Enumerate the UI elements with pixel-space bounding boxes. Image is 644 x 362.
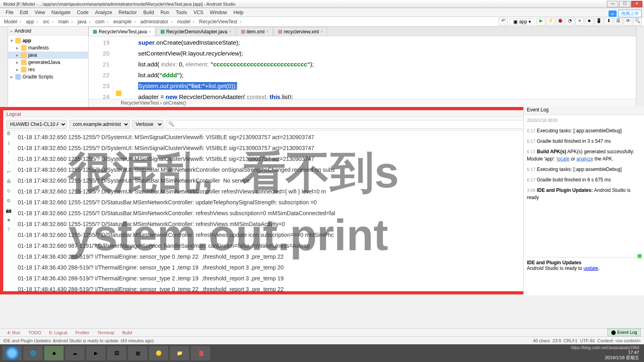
tree-generatedjava[interactable]: ▸generatedJava	[8, 59, 88, 66]
maximize-button[interactable]: ☐	[619, 1, 630, 7]
menu-window[interactable]: Window	[206, 9, 230, 16]
tab-run[interactable]: 4: Run	[3, 330, 24, 335]
crumb-com[interactable]: com	[93, 18, 111, 25]
close-icon[interactable]: ×	[266, 29, 268, 34]
menu-view[interactable]: View	[31, 9, 48, 16]
tab-profiler[interactable]: Profiler	[71, 330, 93, 335]
crumb-example[interactable]: example	[111, 18, 138, 25]
stop-button[interactable]: ■	[585, 18, 594, 26]
tab-recyclerviewtest[interactable]: RecyclerViewTest.java×	[89, 27, 155, 36]
menu-analyze[interactable]: Analyze	[92, 9, 116, 16]
logcat-search-input[interactable]	[166, 120, 552, 129]
camera-icon[interactable]: 📷	[3, 208, 14, 217]
taskbar-androidstudio[interactable]: ◆	[44, 346, 64, 360]
attach-button[interactable]: ⌖	[575, 18, 584, 26]
update-link[interactable]: update	[584, 265, 599, 271]
wrap-icon[interactable]: ↩	[3, 169, 14, 179]
crumb-main[interactable]: main	[56, 18, 75, 25]
trash-icon[interactable]: 🗑	[3, 130, 14, 140]
print-icon[interactable]: 🖶	[3, 179, 14, 188]
code-lines[interactable]: super.onCreate(savedInstanceState); setC…	[125, 36, 636, 99]
minimize-button[interactable]: —	[607, 1, 618, 7]
crumb-app[interactable]: app	[24, 18, 41, 25]
crumb-admin[interactable]: administrator	[138, 18, 175, 25]
apply-changes-button[interactable]: ⚡	[546, 18, 555, 26]
crumb-model2[interactable]: model	[175, 18, 197, 25]
tab-recyclerdemonadapter[interactable]: RecyclerDemonAdapter.java×	[156, 27, 236, 36]
down-icon[interactable]: ↓	[3, 159, 14, 169]
tab-recyclerviewxml[interactable]: recyclerview.xml×	[274, 27, 327, 36]
left-tool-strip[interactable]	[0, 27, 8, 107]
debug-button[interactable]: 🐞	[556, 18, 565, 26]
sync-button[interactable]: ⟳	[623, 18, 632, 26]
status-eol[interactable]: CRLF‡	[564, 338, 578, 343]
tab-terminal[interactable]: Terminal	[93, 330, 118, 335]
system-tray[interactable]: https://blog.csdn.net/Jessicababy1994 17…	[571, 346, 642, 361]
menu-build[interactable]: Build	[140, 9, 157, 16]
teamviewer-widget[interactable]: ∞ 拖拽上传	[609, 10, 642, 17]
eventlog-body[interactable]: 2019/1/18 0018 6:17 Executing tasks: [:a…	[524, 115, 644, 206]
back-icon[interactable]: ↶	[499, 18, 508, 26]
menu-file[interactable]: File	[2, 9, 17, 16]
taskbar-app-6[interactable]: ▦	[128, 346, 147, 360]
tree-manifests[interactable]: ▸manifests	[8, 44, 88, 51]
taskbar-app-5[interactable]: 🖼	[107, 346, 126, 360]
avd-button[interactable]: 📱	[594, 18, 603, 26]
close-icon[interactable]: ×	[149, 29, 151, 34]
stop-icon[interactable]: ■	[3, 217, 14, 227]
start-button[interactable]	[2, 346, 22, 360]
menu-navigate[interactable]: Navigate	[48, 9, 74, 16]
crumb-model[interactable]: Model	[2, 18, 24, 25]
taskbar-app-3[interactable]: ☁	[65, 346, 85, 360]
eventlog-header[interactable]: Event Log	[524, 106, 644, 115]
close-button[interactable]: ✕	[631, 1, 642, 7]
device-selector[interactable]: HUAWEI Che1-CL10 A…	[6, 120, 67, 129]
help-icon[interactable]: ?	[3, 227, 14, 237]
settings-icon[interactable]: ⚙	[3, 198, 14, 208]
up-icon[interactable]: ↑	[3, 150, 14, 159]
status-encoding[interactable]: UTF-8‡	[580, 338, 595, 343]
status-context[interactable]: Context: <no context>	[597, 338, 641, 343]
run-config-selector[interactable]: ▣ app ▾	[510, 18, 535, 25]
sdk-button[interactable]: ⬇	[604, 18, 613, 26]
project-header[interactable]: ▸ Android	[8, 27, 88, 35]
process-selector[interactable]: com.example.administrat…	[69, 120, 130, 129]
menu-tools[interactable]: Tools	[173, 9, 190, 16]
editor-breadcrumb[interactable]: RecyclerViewTest › onCreate()	[89, 99, 636, 107]
scroll-end-icon[interactable]: ⤓	[3, 140, 14, 150]
taskbar-explorer[interactable]: 📁	[170, 346, 189, 360]
taskbar-app-1[interactable]: 🌐	[23, 346, 43, 360]
menu-edit[interactable]: Edit	[17, 9, 31, 16]
crumb-file[interactable]: RecyclerViewTest	[197, 18, 244, 25]
tab-logcat[interactable]: 6: Logcat	[45, 330, 71, 335]
tree-gradle[interactable]: ▸Gradle Scripts	[8, 73, 88, 80]
menu-refactor[interactable]: Refactor	[116, 9, 140, 16]
tree-java[interactable]: ▸java	[8, 51, 88, 59]
tree-res[interactable]: ▸res	[8, 66, 88, 73]
tree-app[interactable]: ▾app	[8, 37, 88, 44]
code-editor[interactable]: 192021222324 super.onCreate(savedInstanc…	[89, 36, 636, 99]
close-icon[interactable]: ×	[229, 29, 231, 34]
right-tool-strip[interactable]	[636, 27, 644, 107]
loglevel-selector[interactable]: Verbose	[132, 120, 163, 129]
tab-build[interactable]: Build	[118, 330, 136, 335]
run-button[interactable]: ▶	[537, 18, 545, 26]
structure-button[interactable]: ☰	[614, 18, 623, 26]
crumb-java[interactable]: java	[75, 18, 93, 25]
menu-help[interactable]: Help	[230, 9, 247, 16]
menu-vcs[interactable]: VCS	[190, 9, 207, 16]
tab-itemxml[interactable]: item.xml×	[237, 27, 273, 36]
taskbar-app-7[interactable]: 🟡	[149, 346, 168, 360]
menu-code[interactable]: Code	[74, 9, 92, 16]
menu-run[interactable]: Run	[157, 9, 173, 16]
search-icon[interactable]: 🔍	[633, 18, 642, 26]
tab-todo[interactable]: TODO	[24, 330, 45, 335]
taskbar-app-9[interactable]: 📕	[191, 346, 210, 360]
profile-button[interactable]: ◔	[566, 18, 574, 26]
crumb-src[interactable]: src	[41, 18, 56, 25]
intention-bulb-icon[interactable]	[116, 90, 122, 96]
close-icon[interactable]: ×	[320, 29, 323, 34]
taskbar-app-4[interactable]: ▶	[86, 346, 105, 360]
restart-icon[interactable]: ↻	[3, 188, 14, 198]
eventlog-button[interactable]: ⬤ Event Log	[607, 329, 641, 336]
